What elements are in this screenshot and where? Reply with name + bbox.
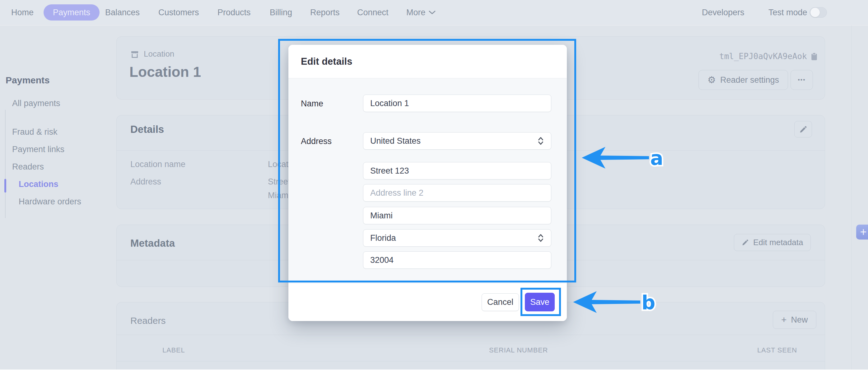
- column-header-serial-number: SERIAL NUMBER: [489, 346, 548, 354]
- nav-item-more-label: More: [406, 8, 426, 18]
- readers-divider-bottom: [117, 361, 825, 361]
- nav-item-more[interactable]: More: [406, 0, 436, 25]
- readers-divider-top: [117, 335, 825, 335]
- ellipsis-icon: •••: [798, 77, 806, 83]
- feedback-plus-tab[interactable]: +: [856, 225, 868, 240]
- reader-settings-label: Reader settings: [720, 75, 779, 85]
- select-chevrons-icon: [537, 234, 544, 242]
- sidebar-item-payment-links[interactable]: Payment links: [12, 145, 64, 154]
- app-window: Home Payments Balances Customers Product…: [0, 0, 868, 382]
- nav-item-connect[interactable]: Connect: [357, 0, 389, 25]
- edit-details-modal: Edit details Name Address United States …: [288, 45, 567, 321]
- modal-address-label: Address: [301, 136, 332, 146]
- sidebar-item-readers[interactable]: Readers: [12, 162, 44, 172]
- sidebar-item-fraud-risk[interactable]: Fraud & risk: [12, 127, 58, 137]
- test-mode-toggle[interactable]: [809, 7, 827, 18]
- resource-id-value: tml_EPJ0aQvKA9eAok: [719, 52, 807, 61]
- name-input[interactable]: [363, 95, 551, 112]
- sidebar: Payments All payments Fraud & risk Payme…: [0, 25, 116, 370]
- new-reader-label: New: [791, 315, 808, 325]
- more-actions-button[interactable]: •••: [790, 70, 813, 90]
- nav-item-billing[interactable]: Billing: [270, 0, 292, 25]
- top-nav: Home Payments Balances Customers Product…: [0, 0, 868, 25]
- new-reader-button[interactable]: + New: [773, 311, 816, 329]
- nav-item-reports[interactable]: Reports: [310, 0, 340, 25]
- column-header-last-seen: LAST SEEN: [757, 346, 797, 354]
- location-eyebrow: Location: [130, 49, 174, 59]
- clipboard-copy-icon[interactable]: [811, 52, 817, 61]
- city-input[interactable]: [363, 207, 551, 224]
- nav-item-payments[interactable]: Payments: [43, 4, 99, 21]
- details-card-title: Details: [130, 124, 164, 135]
- bottom-white-strip: [0, 370, 868, 382]
- sidebar-tree-line: [5, 110, 6, 218]
- details-name-label: Location name: [130, 160, 185, 169]
- nav-item-customers[interactable]: Customers: [158, 0, 199, 25]
- gear-icon: ⚙: [708, 75, 716, 85]
- reader-settings-button[interactable]: ⚙ Reader settings: [699, 70, 788, 90]
- plus-icon: +: [860, 226, 866, 238]
- sidebar-title: Payments: [6, 75, 50, 86]
- country-select[interactable]: United States: [363, 132, 551, 150]
- zip-input[interactable]: [363, 251, 551, 269]
- metadata-card-title: Metadata: [130, 237, 175, 249]
- cancel-button[interactable]: Cancel: [482, 293, 519, 311]
- details-address-label: Address: [130, 177, 161, 187]
- toggle-knob: [810, 8, 820, 17]
- sidebar-item-locations[interactable]: Locations: [19, 180, 59, 189]
- nav-item-products[interactable]: Products: [217, 0, 251, 25]
- address-line1-input[interactable]: [363, 162, 551, 180]
- edit-details-button[interactable]: [794, 121, 812, 137]
- select-chevrons-icon: [537, 136, 544, 145]
- address-line2-input[interactable]: [363, 184, 551, 201]
- column-header-label: LABEL: [162, 346, 185, 354]
- nav-item-balances[interactable]: Balances: [105, 0, 140, 25]
- right-rail-divider: [851, 25, 851, 370]
- plus-icon: +: [781, 315, 787, 325]
- pencil-icon: [742, 239, 749, 246]
- nav-item-developers[interactable]: Developers: [702, 0, 744, 25]
- state-select-value: Florida: [370, 233, 396, 243]
- pencil-icon: [799, 125, 807, 133]
- country-select-value: United States: [370, 136, 421, 146]
- sidebar-active-indicator: [4, 179, 6, 193]
- edit-metadata-label: Edit metadata: [753, 238, 803, 247]
- sidebar-item-all-payments[interactable]: All payments: [12, 99, 60, 108]
- state-select[interactable]: Florida: [363, 229, 551, 247]
- modal-header: Edit details: [288, 45, 567, 78]
- page-title: Location 1: [129, 63, 201, 80]
- resource-id: tml_EPJ0aQvKA9eAok: [719, 52, 817, 61]
- save-button[interactable]: Save: [525, 293, 555, 311]
- storefront-icon: [130, 50, 140, 59]
- edit-metadata-button[interactable]: Edit metadata: [734, 234, 811, 251]
- modal-title: Edit details: [301, 56, 352, 67]
- location-eyebrow-label: Location: [144, 49, 174, 59]
- modal-name-label: Name: [301, 99, 323, 108]
- chevron-down-icon: [429, 10, 436, 14]
- nav-item-home[interactable]: Home: [11, 0, 34, 25]
- test-mode-label: Test mode: [769, 0, 807, 25]
- readers-card-title: Readers: [130, 315, 165, 326]
- sidebar-item-hardware-orders[interactable]: Hardware orders: [19, 197, 81, 206]
